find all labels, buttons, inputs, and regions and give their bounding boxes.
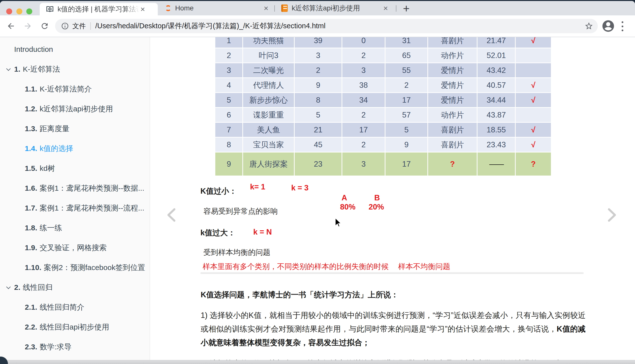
table-cell: 8: [215, 137, 243, 152]
paragraph-1: 1) 选择较小的K值，就相当于用较小的领域中的训练实例进行预测，“学习”近似误差…: [201, 308, 586, 349]
table-row: 9唐人街探案23317?——?: [215, 152, 551, 176]
sidebar-item-number: 1.3.: [25, 124, 37, 133]
info-icon[interactable]: [61, 22, 69, 30]
bottom-scroll-band[interactable]: [0, 360, 635, 364]
table-cell: 宝贝当家: [243, 137, 294, 152]
previous-page-chevron-icon[interactable]: [166, 207, 177, 223]
sidebar-item-label: kd树: [40, 164, 55, 174]
table-cell: 8: [294, 93, 342, 108]
table-cell: 0: [342, 37, 385, 48]
table-cell: 代理情人: [243, 78, 294, 93]
forward-icon[interactable]: [23, 22, 32, 30]
table-cell: 65: [385, 48, 428, 63]
bookmark-star-icon[interactable]: [584, 22, 593, 30]
table-cell: 3: [215, 63, 243, 78]
table-row: 5新步步惊心83417爱情片34.44√: [215, 93, 551, 108]
mouse-cursor-icon: [335, 218, 342, 228]
table-cell: 23: [294, 152, 342, 176]
back-icon[interactable]: [7, 22, 15, 30]
paragraph-1-text: 1) 选择较小的K值，就相当于用较小的领域中的训练实例进行预测，“学习”近似误差…: [201, 311, 586, 333]
sidebar-item[interactable]: 1.1.K-近邻算法简介: [0, 84, 150, 94]
class-a-label: A: [342, 194, 347, 202]
sidebar: Introduction1.K-近邻算法1.1.K-近邻算法简介1.2.k近邻算…: [0, 37, 150, 364]
tab-knn-api[interactable]: k近邻算法api初步使用 ×: [277, 1, 392, 15]
table-cell: 6: [215, 108, 243, 122]
sidebar-item[interactable]: 2.1.线性回归简介: [0, 302, 150, 312]
table-cell: 55: [385, 63, 428, 78]
sidebar-item[interactable]: 1.2.k近邻算法api初步使用: [0, 104, 150, 114]
sidebar-item-label: k近邻算法api初步使用: [40, 104, 113, 114]
new-tab-button[interactable]: +: [400, 2, 413, 15]
sidebar-item[interactable]: 2.线性回归: [0, 283, 150, 292]
table-cell: 唐人街探案: [243, 152, 294, 176]
close-tab-icon[interactable]: ×: [263, 4, 269, 12]
table-cell: 2: [215, 48, 243, 63]
tab-active-kvalue[interactable]: k值的选择 | 机器学习算法课程定 ×: [40, 3, 158, 15]
table-cell: 谍影重重: [243, 108, 294, 122]
table-cell: √: [515, 137, 551, 152]
url-text[interactable]: /Users/hedali/Desktop/课件/机器学习(算法篇)_/K-近邻…: [95, 21, 584, 31]
chevron-down-icon[interactable]: [6, 66, 11, 71]
table-cell: 2: [294, 63, 342, 78]
close-tab-icon[interactable]: ×: [139, 5, 146, 13]
sidebar-item[interactable]: 1.9.交叉验证，网格搜索: [0, 243, 150, 252]
sidebar-item[interactable]: 1.10.案例2：预测facebook签到位置: [0, 263, 150, 272]
sidebar-item[interactable]: 1.8.练一练: [0, 223, 150, 232]
table-row: 1功夫熊猫39031喜剧片21.47√: [215, 37, 551, 48]
sidebar-item-label: 距离度量: [40, 124, 70, 134]
table-cell: 5: [215, 93, 243, 108]
movie-table-body: 1功夫熊猫39031喜剧片21.47√2叶问33265动作片52.013二次曝光…: [215, 37, 551, 176]
table-cell: 23.43: [477, 137, 515, 152]
reload-icon[interactable]: [40, 22, 49, 30]
profile-avatar-icon[interactable]: [601, 19, 615, 33]
sidebar-item-label: 交叉验证，网格搜索: [40, 243, 107, 253]
sidebar-item[interactable]: Introduction: [0, 45, 150, 54]
k-big-note: 受到样本均衡的问题: [203, 248, 270, 258]
table-cell: 18.55: [477, 122, 515, 137]
close-window-button[interactable]: [6, 8, 12, 14]
table-cell: 2: [342, 108, 385, 122]
table-row: 3二次曝光2355爱情片43.42: [215, 63, 551, 78]
sidebar-item[interactable]: 2.2.线性回归api初步使用: [0, 322, 150, 332]
chevron-down-icon[interactable]: [6, 285, 11, 289]
table-row: 8宝贝当家4529喜剧片23.43√: [215, 137, 551, 152]
table-cell: √: [515, 37, 551, 48]
url-separator: [90, 22, 91, 30]
next-page-chevron-icon[interactable]: [606, 207, 618, 223]
sidebar-item[interactable]: 1.3.距离度量: [0, 124, 150, 134]
sidebar-item-number: 1.1.: [25, 85, 37, 93]
sidebar-item[interactable]: 2.3.数学:求导: [0, 342, 150, 352]
kn-annotation: k = N: [253, 228, 272, 236]
tab-title: k近邻算法api初步使用: [292, 4, 382, 13]
tab-divider: [396, 5, 396, 12]
minimize-window-button[interactable]: [16, 8, 22, 14]
sidebar-item-number: 1.6.: [25, 184, 37, 192]
sidebar-item[interactable]: 1.6.案例1：鸢尾花种类预测--数据...: [0, 184, 150, 193]
sidebar-item-number: 2.1.: [25, 303, 37, 312]
sidebar-item-active[interactable]: 1.4.k值的选择: [0, 144, 150, 153]
tab-title: Home: [175, 4, 263, 12]
main-content: 1功夫熊猫39031喜剧片21.47√2叶问33265动作片52.013二次曝光…: [150, 37, 635, 364]
class-b-label: B: [374, 194, 380, 202]
screen: k值的选择 | 机器学习算法课程定 × Home × k近邻算法api初步使用 …: [0, 0, 635, 364]
tab-home[interactable]: Home ×: [161, 1, 273, 15]
fullscreen-window-button[interactable]: [26, 8, 32, 14]
sidebar-item[interactable]: 1.5.kd树: [0, 164, 150, 173]
sidebar-item-number: 2.: [14, 283, 20, 292]
table-cell: √: [515, 78, 551, 93]
table-cell: 45: [294, 137, 342, 152]
sidebar-item[interactable]: 1.K-近邻算法: [0, 64, 150, 74]
table-cell: ——: [477, 152, 515, 176]
browser-menu-icon[interactable]: [621, 21, 623, 31]
sidebar-item-label: 案例1：鸢尾花种类预测--流程...: [40, 203, 144, 213]
sidebar-item[interactable]: 1.7.案例1：鸢尾花种类预测--流程...: [0, 203, 150, 213]
address-bar[interactable]: 文件 /Users/hedali/Desktop/课件/机器学习(算法篇)_/K…: [55, 19, 598, 33]
close-tab-icon[interactable]: ×: [382, 4, 389, 12]
tab-divider: [274, 5, 275, 12]
table-cell: 21.47: [477, 37, 515, 48]
table-row: 7美人鱼21175喜剧片18.55√: [215, 122, 551, 137]
sidebar-item-label: k值的选择: [40, 144, 73, 154]
table-cell: 3: [294, 48, 342, 63]
table-cell: 3: [342, 63, 385, 78]
table-cell: 2: [342, 137, 385, 152]
